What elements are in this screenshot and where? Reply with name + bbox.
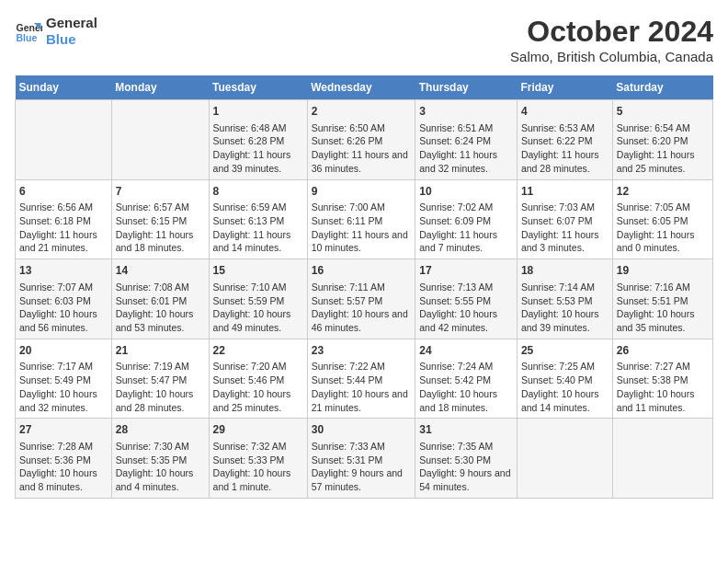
day-info-line: Daylight: 11 hours and 7 minutes. <box>419 229 497 254</box>
calendar-cell: 31Sunrise: 7:35 AMSunset: 5:30 PMDayligh… <box>415 419 518 499</box>
header-monday: Monday <box>111 75 209 100</box>
day-info: Sunrise: 7:07 AMSunset: 6:03 PMDaylight:… <box>19 281 108 335</box>
day-info-line: Sunrise: 6:50 AM <box>312 122 385 133</box>
day-info-line: Sunset: 6:09 PM <box>419 215 491 226</box>
day-info-line: Daylight: 10 hours and 14 minutes. <box>521 388 599 413</box>
header-saturday: Saturday <box>612 75 712 100</box>
calendar-cell: 1Sunrise: 6:48 AMSunset: 6:28 PMDaylight… <box>209 100 307 180</box>
calendar-cell: 24Sunrise: 7:24 AMSunset: 5:42 PMDayligh… <box>415 339 518 419</box>
calendar-cell: 20Sunrise: 7:17 AMSunset: 5:49 PMDayligh… <box>16 339 112 419</box>
day-info: Sunrise: 7:24 AMSunset: 5:42 PMDaylight:… <box>419 360 513 414</box>
day-info-line: Daylight: 9 hours and 57 minutes. <box>312 467 403 492</box>
day-info-line: Sunrise: 7:27 AM <box>617 361 690 372</box>
day-info-line: Sunset: 6:01 PM <box>116 295 188 306</box>
day-info-line: Sunset: 5:36 PM <box>19 454 91 465</box>
day-info-line: Sunset: 6:20 PM <box>617 135 688 146</box>
calendar-week-row: 13Sunrise: 7:07 AMSunset: 6:03 PMDayligh… <box>16 259 713 339</box>
day-info-line: Daylight: 10 hours and 42 minutes. <box>419 308 497 333</box>
day-info: Sunrise: 7:20 AMSunset: 5:46 PMDaylight:… <box>213 360 303 414</box>
day-info-line: Sunrise: 7:14 AM <box>521 282 595 293</box>
day-info-line: Sunrise: 7:03 AM <box>521 201 595 213</box>
day-info-line: Sunrise: 6:59 AM <box>213 201 287 213</box>
day-info-line: Sunset: 5:31 PM <box>312 454 383 465</box>
day-info-line: Daylight: 11 hours and 10 minutes. <box>312 229 408 254</box>
day-info-line: Sunset: 5:33 PM <box>213 454 285 465</box>
day-info-line: Sunset: 5:44 PM <box>312 374 383 385</box>
header-thursday: Thursday <box>415 75 518 100</box>
logo-text-blue: Blue <box>46 31 97 48</box>
day-info-line: Daylight: 10 hours and 39 minutes. <box>521 308 599 333</box>
day-info-line: Sunset: 5:35 PM <box>116 454 188 465</box>
day-number: 8 <box>213 184 303 200</box>
calendar-cell: 5Sunrise: 6:54 AMSunset: 6:20 PMDaylight… <box>612 100 712 180</box>
day-info-line: Daylight: 11 hours and 21 minutes. <box>19 229 97 254</box>
day-info-line: Sunset: 5:57 PM <box>312 295 383 306</box>
day-info-line: Sunset: 6:15 PM <box>116 215 188 226</box>
day-info-line: Daylight: 10 hours and 21 minutes. <box>312 388 408 413</box>
day-info: Sunrise: 7:33 AMSunset: 5:31 PMDaylight:… <box>312 440 412 494</box>
day-info-line: Daylight: 10 hours and 56 minutes. <box>19 308 97 333</box>
day-info-line: Sunrise: 7:20 AM <box>213 361 287 372</box>
day-info: Sunrise: 7:19 AMSunset: 5:47 PMDaylight:… <box>116 360 205 414</box>
day-info-line: Daylight: 11 hours and 39 minutes. <box>213 149 291 174</box>
day-info: Sunrise: 7:11 AMSunset: 5:57 PMDaylight:… <box>312 281 412 335</box>
day-number: 16 <box>312 263 412 279</box>
calendar-cell: 14Sunrise: 7:08 AMSunset: 6:01 PMDayligh… <box>111 259 209 339</box>
calendar-cell: 23Sunrise: 7:22 AMSunset: 5:44 PMDayligh… <box>307 339 415 419</box>
day-info-line: Sunrise: 7:02 AM <box>419 201 493 213</box>
calendar-cell <box>111 100 209 180</box>
day-info-line: Sunset: 6:07 PM <box>521 215 593 226</box>
day-info-line: Daylight: 10 hours and 53 minutes. <box>116 308 194 333</box>
day-info-line: Sunset: 6:26 PM <box>312 135 383 146</box>
day-info: Sunrise: 6:57 AMSunset: 6:15 PMDaylight:… <box>116 201 205 255</box>
day-info-line: Sunset: 5:55 PM <box>419 295 491 306</box>
day-info-line: Sunrise: 7:17 AM <box>19 361 93 372</box>
day-info: Sunrise: 7:32 AMSunset: 5:33 PMDaylight:… <box>213 440 303 494</box>
day-info-line: Sunrise: 7:24 AM <box>419 361 493 372</box>
day-info-line: Sunset: 6:11 PM <box>312 215 383 226</box>
calendar-cell: 27Sunrise: 7:28 AMSunset: 5:36 PMDayligh… <box>16 419 112 499</box>
day-info-line: Daylight: 9 hours and 54 minutes. <box>419 467 510 492</box>
calendar-table: SundayMondayTuesdayWednesdayThursdayFrid… <box>15 75 713 499</box>
day-number: 23 <box>312 343 412 359</box>
day-info-line: Daylight: 10 hours and 28 minutes. <box>116 388 194 413</box>
calendar-cell: 11Sunrise: 7:03 AMSunset: 6:07 PMDayligh… <box>517 179 612 259</box>
day-info-line: Sunrise: 7:07 AM <box>19 282 93 293</box>
day-info-line: Sunrise: 7:11 AM <box>312 282 385 293</box>
day-info-line: Sunrise: 6:51 AM <box>419 122 493 133</box>
day-number: 27 <box>19 422 108 438</box>
title-section: October 2024 Salmo, British Columbia, Ca… <box>510 15 713 64</box>
calendar-week-row: 20Sunrise: 7:17 AMSunset: 5:49 PMDayligh… <box>16 339 713 419</box>
day-info: Sunrise: 6:53 AMSunset: 6:22 PMDaylight:… <box>521 121 609 176</box>
calendar-cell: 22Sunrise: 7:20 AMSunset: 5:46 PMDayligh… <box>209 339 307 419</box>
day-info: Sunrise: 7:10 AMSunset: 5:59 PMDaylight:… <box>213 281 303 335</box>
header-tuesday: Tuesday <box>209 75 307 100</box>
day-info-line: Daylight: 10 hours and 32 minutes. <box>19 388 97 413</box>
day-number: 26 <box>617 343 709 359</box>
day-info: Sunrise: 7:14 AMSunset: 5:53 PMDaylight:… <box>521 281 609 335</box>
logo-icon: General Blue <box>15 17 42 45</box>
day-number: 4 <box>521 104 609 120</box>
day-number: 12 <box>617 184 709 200</box>
calendar-cell: 2Sunrise: 6:50 AMSunset: 6:26 PMDaylight… <box>307 100 415 180</box>
logo-text-general: General <box>46 15 97 31</box>
calendar-cell: 29Sunrise: 7:32 AMSunset: 5:33 PMDayligh… <box>209 419 307 499</box>
day-info-line: Daylight: 11 hours and 28 minutes. <box>521 149 599 174</box>
day-number: 25 <box>521 343 609 359</box>
day-number: 19 <box>617 263 709 279</box>
calendar-week-row: 1Sunrise: 6:48 AMSunset: 6:28 PMDaylight… <box>16 100 713 180</box>
day-number: 2 <box>312 104 412 120</box>
day-number: 10 <box>419 184 513 200</box>
day-info: Sunrise: 7:35 AMSunset: 5:30 PMDaylight:… <box>419 440 513 494</box>
day-info-line: Sunset: 6:22 PM <box>521 135 593 146</box>
calendar-subtitle: Salmo, British Columbia, Canada <box>510 49 713 64</box>
day-info-line: Sunrise: 7:28 AM <box>19 441 93 452</box>
calendar-cell: 13Sunrise: 7:07 AMSunset: 6:03 PMDayligh… <box>16 259 112 339</box>
day-info-line: Daylight: 10 hours and 4 minutes. <box>116 467 194 492</box>
day-info-line: Sunrise: 7:08 AM <box>116 282 189 293</box>
day-info: Sunrise: 6:56 AMSunset: 6:18 PMDaylight:… <box>19 201 108 255</box>
day-info-line: Sunset: 6:03 PM <box>19 295 91 306</box>
day-info-line: Sunset: 5:42 PM <box>419 374 491 385</box>
day-number: 21 <box>116 343 205 359</box>
day-info: Sunrise: 7:02 AMSunset: 6:09 PMDaylight:… <box>419 201 513 255</box>
